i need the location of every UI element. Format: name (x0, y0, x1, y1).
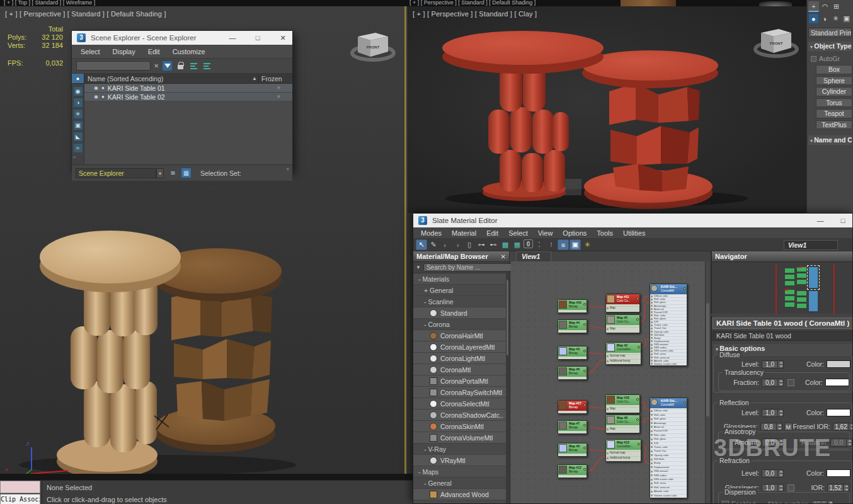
menu-item[interactable]: Display (106, 48, 142, 55)
display-filter-icon[interactable]: ◉ (73, 86, 83, 96)
node-slot[interactable]: Refl. aniso rot (650, 486, 687, 489)
primitive-button[interactable]: Torus (816, 98, 852, 108)
top-right-viewport-label[interactable]: [ + ] [ Perspective ] [ Standard ] [ Def… (409, 0, 535, 6)
browser-scrollbar[interactable] (506, 273, 509, 503)
object-type-rollout[interactable]: Object Type (808, 42, 852, 51)
shapes-category-icon[interactable]: ◑ (820, 13, 830, 24)
expand-all-icon[interactable] (188, 60, 199, 71)
maxscript-listener-field[interactable]: Clip Associ (0, 494, 40, 504)
collapse-all-icon[interactable] (202, 60, 212, 71)
abbe-number-spinner[interactable]: 40,0 (811, 500, 833, 504)
dispersion-enabled-checkbox[interactable] (722, 501, 729, 504)
close-button[interactable]: ✕ (278, 34, 287, 42)
search-input[interactable] (76, 61, 151, 71)
browser-tree-item[interactable]: CoronaMtl (413, 364, 506, 375)
browser-tree-item[interactable]: + General (413, 285, 506, 296)
assign-material-icon[interactable]: ◐ (440, 239, 451, 250)
menu-item[interactable]: Options (558, 229, 592, 237)
node-slot[interactable]: Self-illum (650, 457, 687, 461)
bitmap-node[interactable]: Map #9Bitmap (558, 443, 587, 457)
bitmap-node[interactable]: Map #6Bitmap (558, 366, 587, 380)
browser-header[interactable]: Material/Map Browser ✕ (413, 251, 509, 262)
menu-item[interactable]: Select (74, 48, 106, 55)
primitive-button[interactable]: Sphere (816, 76, 852, 86)
node-slot[interactable]: Diffuse color (650, 409, 687, 412)
node-slot[interactable]: Volume scatter color (650, 494, 687, 497)
pick-material-icon[interactable]: ✎ (428, 239, 439, 250)
minimize-button[interactable]: — (816, 217, 825, 224)
explorer-preset-dropdown[interactable]: Scene Explorer (76, 168, 156, 178)
menu-item[interactable]: Edit (142, 48, 166, 55)
visibility-eye-icon[interactable]: ◉ (94, 94, 98, 100)
browser-tree-item[interactable]: VRayMtl (413, 455, 506, 466)
material-parameters-icon[interactable]: ≡ (558, 239, 569, 250)
helpers-filter-icon[interactable]: ◣ (73, 132, 83, 142)
show-grid-icon[interactable]: ▩ (500, 239, 511, 250)
close-icon[interactable]: ✕ (501, 253, 506, 260)
node-slot[interactable]: Refl. aniso (650, 481, 687, 484)
reflection-color-swatch[interactable] (827, 409, 850, 416)
diffuse-color-swatch[interactable] (827, 360, 850, 368)
browser-tree-item[interactable]: Standard (413, 307, 506, 319)
bitmap-node[interactable]: Map #10Bitmap (558, 299, 587, 313)
hierarchy-mode-icon[interactable]: ▦ (181, 168, 192, 178)
slate-titlebar[interactable]: 3 Slate Material Editor — □ (413, 214, 852, 227)
node-slot[interactable]: SSS radius (650, 474, 687, 477)
maximize-button[interactable]: □ (253, 34, 262, 42)
node-slot[interactable]: Transl. color (650, 445, 687, 449)
bitmap-node[interactable]: Map #4Bitmap (558, 319, 587, 333)
object-name[interactable]: KARI Side Table 01 (108, 84, 165, 92)
display-column-icon[interactable]: ● (72, 74, 84, 83)
node-slot[interactable]: Bump (650, 461, 687, 464)
delete-icon[interactable]: ▯ (464, 239, 475, 250)
lights-filter-icon[interactable]: ✳ (73, 109, 83, 119)
show-background-icon[interactable]: ▦ (512, 239, 523, 250)
sort-ascending-icon[interactable]: ▲ (252, 76, 257, 81)
refraction-ior-spinner[interactable]: 1,52 (827, 484, 849, 492)
node-slot[interactable]: Aniso rot (650, 425, 687, 428)
map-node[interactable]: Map #2CoronaNor...Normal mapAdditional b… (605, 342, 641, 365)
browser-tree-item[interactable]: CoronaHairMtl (413, 330, 506, 341)
select-tool-icon[interactable]: ↖ (416, 239, 427, 250)
browser-tree-item[interactable]: - Scanline (413, 296, 506, 307)
cameras-category-icon[interactable]: ▣ (842, 13, 852, 24)
scene-object-row[interactable]: ◉ ● KARI Side Table 01 ✳ (84, 84, 292, 93)
viewcube[interactable]: FRONT (348, 23, 398, 68)
node-view-scrollbar[interactable] (705, 261, 710, 503)
node-slot[interactable]: Fresnel IOR (650, 429, 687, 432)
anisotropy-rotation-spinner[interactable]: 0,0 (830, 438, 852, 447)
diffuse-level-spinner[interactable]: 1,0 (762, 360, 784, 369)
preview-window-icon[interactable]: ▣ (570, 239, 581, 250)
node-slot[interactable]: Map (606, 327, 639, 331)
node-slot[interactable]: Additional bump (606, 456, 641, 460)
node-slot[interactable]: Map (606, 427, 639, 431)
node-slot[interactable]: Transl. frac (650, 449, 687, 452)
cameras-filter-icon[interactable]: ▣ (73, 120, 83, 130)
reflection-level-spinner[interactable]: 1,0 (762, 409, 784, 417)
layers-icon[interactable]: ≋ (168, 168, 178, 178)
map-node[interactable]: Map #8Color Co...Map (605, 415, 640, 433)
browser-tree-item[interactable]: CoronaPortalMtl (413, 375, 506, 387)
browser-tree-item[interactable]: CoronaVolumeMtl (413, 432, 506, 444)
refraction-level-spinner[interactable]: 0,0 (762, 469, 784, 478)
material-node[interactable]: KARI Sid...CoronaMtlDiffuse colorRefl. c… (650, 284, 687, 366)
macro-recorder-field[interactable] (0, 481, 40, 493)
node-slot[interactable]: IOR (650, 442, 687, 445)
browser-tree-item[interactable]: CoronaLightMtl (413, 353, 506, 364)
glossiness-map-button[interactable]: M (784, 423, 793, 431)
translucency-color-swatch[interactable] (825, 379, 849, 386)
top-viewport-label[interactable]: [ + ] [ Top ] [ Standard ] [ Wireframe ] (4, 0, 95, 6)
viewport-label[interactable]: [ + ] [ Perspective ] [ Standard ] [ Def… (5, 10, 166, 18)
node-slot[interactable]: Additional bump (606, 359, 641, 363)
scene-explorer-titlebar[interactable]: 3 Scene Explorer - Scene Explorer — □ ✕ (72, 31, 292, 45)
node-slot[interactable]: Displacement (650, 466, 687, 469)
menu-item[interactable]: Modes (416, 229, 447, 237)
node-slot[interactable]: SSS scatter color (650, 478, 687, 481)
node-slot[interactable]: Refr. color (650, 433, 687, 437)
browser-tree-item[interactable]: CoronaShadowCatc.. (413, 410, 506, 421)
active-view-tab[interactable]: View1 (516, 251, 551, 261)
node-slot[interactable]: Map (606, 407, 639, 411)
primitive-button[interactable]: Cylinder (816, 87, 852, 96)
node-slot[interactable]: Anisotropy (650, 421, 687, 425)
bitmap-node[interactable]: Map #17Bitmap (558, 400, 587, 414)
